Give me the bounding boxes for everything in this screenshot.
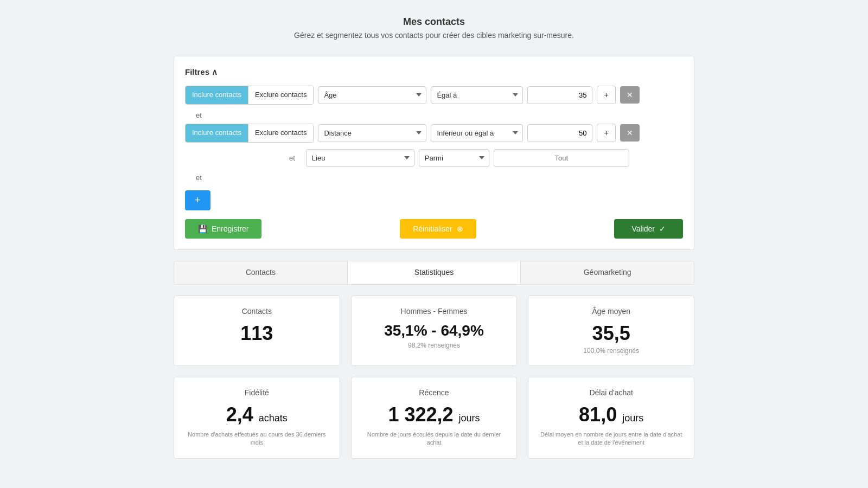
add-condition-button-1[interactable]: +	[597, 86, 615, 104]
valider-button[interactable]: Valider ✓	[614, 219, 683, 239]
recence-unit: jours	[459, 413, 480, 423]
stat-recence-value: 1 322,2 jours	[362, 403, 506, 426]
stat-delai-sub: Délai moyen en nombre de jours entre la …	[539, 431, 683, 447]
stat-hf-sub: 98,2% renseignés	[362, 342, 506, 349]
filtres-panel: Filtres ∧ Inclure contacts Exclure conta…	[174, 56, 694, 250]
chevron-up-icon: ∧	[212, 67, 218, 76]
stat-delai-title: Délai d'achat	[539, 388, 683, 397]
add-condition-button-2[interactable]: +	[597, 124, 615, 142]
circle-x-icon: ⊗	[457, 224, 463, 233]
stat-card-hommes-femmes: Hommes - Femmes 35,1% - 64,9% 98,2% rens…	[351, 296, 518, 366]
stat-fidelite-title: Fidélité	[185, 388, 329, 397]
enregistrer-button[interactable]: 💾 Enregistrer	[185, 219, 261, 239]
value-input-2[interactable]	[527, 124, 592, 142]
page-header: Mes contacts Gérez et segmentez tous vos…	[174, 16, 694, 40]
page-subtitle: Gérez et segmentez tous vos contacts pou…	[174, 31, 694, 40]
field-select-1[interactable]: Âge	[318, 86, 426, 104]
remove-filter-button-2[interactable]: ✕	[620, 124, 640, 142]
stat-hf-value: 35,1% - 64,9%	[362, 322, 506, 339]
exclude-contacts-button-2[interactable]: Exclure contacts	[248, 124, 313, 142]
stats-grid-row1: Contacts 113 Hommes - Femmes 35,1% - 64,…	[174, 296, 694, 366]
stat-hf-title: Hommes - Femmes	[362, 307, 506, 316]
stat-card-delai-achat: Délai d'achat 81,0 jours Délai moyen en …	[528, 377, 694, 459]
save-icon: 💾	[198, 224, 207, 233]
include-contacts-button-1[interactable]: Inclure contacts	[186, 86, 248, 104]
exclude-contacts-button-1[interactable]: Exclure contacts	[248, 86, 313, 104]
stat-age-value: 35,5	[539, 322, 683, 345]
tab-geomarketing[interactable]: Géomarketing	[521, 261, 694, 284]
and-label-2: et	[196, 174, 683, 182]
check-icon: ✓	[659, 224, 666, 233]
and-label-1: et	[196, 111, 683, 119]
add-filter-button[interactable]: +	[185, 190, 210, 210]
sub-filter-row: et Lieu Parmi	[283, 149, 683, 167]
stats-grid-row2: Fidélité 2,4 achats Nombre d'achats effe…	[174, 377, 694, 459]
value-input-1[interactable]	[527, 86, 592, 104]
filter-row-1: Inclure contacts Exclure contacts Âge Ég…	[185, 86, 683, 105]
tout-input[interactable]	[494, 149, 629, 167]
sub-and-label: et	[289, 154, 295, 162]
include-exclude-group-2: Inclure contacts Exclure contacts	[185, 124, 314, 143]
operator-select-1[interactable]: Égal à	[431, 86, 523, 104]
tabs-bar: Contacts Statistiques Géomarketing	[174, 261, 694, 285]
page-title: Mes contacts	[174, 16, 694, 28]
stat-age-title: Âge moyen	[539, 307, 683, 316]
fidelite-unit: achats	[259, 413, 288, 423]
stat-card-contacts: Contacts 113	[174, 296, 340, 366]
stat-fidelite-value: 2,4 achats	[185, 403, 329, 426]
include-contacts-button-2[interactable]: Inclure contacts	[186, 124, 248, 142]
stat-contacts-title: Contacts	[185, 307, 329, 316]
stat-contacts-value: 113	[185, 322, 329, 345]
stat-age-sub: 100,0% renseignés	[539, 347, 683, 355]
action-bar: 💾 Enregistrer Réinitialiser ⊗ Valider ✓	[185, 219, 683, 239]
stat-recence-title: Récence	[362, 388, 506, 397]
operator-select-2[interactable]: Inférieur ou égal à	[431, 124, 523, 142]
filtres-header: Filtres ∧	[185, 67, 683, 77]
stat-card-age-moyen: Âge moyen 35,5 100,0% renseignés	[528, 296, 694, 366]
tab-contacts[interactable]: Contacts	[174, 261, 348, 284]
include-exclude-group-1: Inclure contacts Exclure contacts	[185, 86, 314, 105]
stat-delai-value: 81,0 jours	[539, 403, 683, 426]
delai-unit: jours	[622, 413, 643, 423]
stat-recence-sub: Nombre de jours écoulés depuis la date d…	[362, 431, 506, 447]
field-select-2[interactable]: Distance	[318, 124, 426, 142]
lieu-select[interactable]: Lieu	[306, 149, 414, 167]
tab-statistiques[interactable]: Statistiques	[348, 261, 521, 284]
remove-filter-button-1[interactable]: ✕	[620, 86, 640, 104]
stat-card-fidelite: Fidélité 2,4 achats Nombre d'achats effe…	[174, 377, 340, 459]
reinitialiser-button[interactable]: Réinitialiser ⊗	[400, 219, 476, 239]
stat-fidelite-sub: Nombre d'achats effectués au cours des 3…	[185, 431, 329, 447]
filter-row-2: Inclure contacts Exclure contacts Distan…	[185, 124, 683, 143]
stat-card-recence: Récence 1 322,2 jours Nombre de jours éc…	[351, 377, 518, 459]
parmi-select[interactable]: Parmi	[419, 149, 489, 167]
